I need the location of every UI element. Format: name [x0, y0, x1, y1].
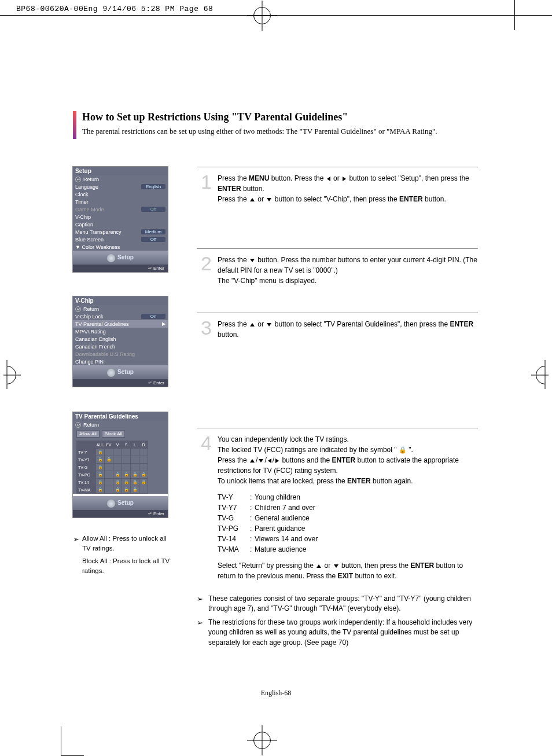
title-accent [73, 111, 76, 139]
step-text: Press the button. Press the number butto… [218, 255, 478, 300]
osd-title: Setup [73, 167, 168, 175]
up-arrow-icon [250, 198, 255, 201]
page-subtitle: The parental restrictions can be set up … [82, 127, 437, 136]
left-arrow-icon [268, 458, 271, 463]
step-number: 3 [197, 319, 212, 415]
left-notes: ➢Allow All : Press to unlock all TV rati… [73, 534, 176, 576]
enter-icon: ↵ [148, 380, 152, 386]
step-1: 1 Press the MENU button. Press the or bu… [197, 167, 478, 245]
up-arrow-icon [250, 323, 255, 326]
osd-vchip-menu: V-Chip ↩Return V-Chip LockOn TV Parental… [73, 296, 168, 387]
block-all-button: Block All [102, 430, 125, 438]
ratings-list: TV-Y:Young children TV-Y7:Children 7 and… [218, 492, 478, 555]
registration-mark-bottom [253, 732, 271, 749]
step-text: Press the MENU button. Press the or butt… [218, 173, 478, 236]
step-text: You can independently lock the TV rating… [218, 434, 478, 581]
step-2: 2 Press the button. Press the number but… [197, 248, 478, 309]
osd-setup-menu: Setup ↩Return LanguageEnglish Clock Time… [73, 167, 168, 272]
up-arrow-icon [317, 564, 321, 568]
registration-mark-top [253, 7, 271, 24]
crop-line-bottom-left [61, 726, 61, 756]
gear-icon [107, 369, 115, 377]
return-icon: ↩ [75, 422, 81, 428]
page-footer: English-68 [0, 689, 552, 698]
return-icon: ↩ [75, 177, 81, 182]
gear-icon [107, 500, 115, 508]
page-title: How to Set up Restrictions Using "TV Par… [82, 111, 437, 123]
right-arrow-icon [343, 177, 346, 181]
title-bar: How to Set up Restrictions Using "TV Par… [73, 111, 478, 139]
registration-mark-right [536, 366, 552, 384]
step-number: 2 [197, 255, 212, 300]
chevron-right-icon: ▶ [162, 321, 165, 326]
osd-enter-bar: ↵Enter [73, 265, 168, 272]
step-4: 4 You can independently lock the TV rati… [197, 428, 478, 590]
step-number: 1 [197, 173, 212, 236]
down-arrow-icon [334, 564, 338, 568]
down-arrow-icon [267, 323, 271, 326]
down-arrow-icon [259, 459, 263, 463]
osd-title: V-Chip [73, 296, 168, 305]
down-arrow-icon [250, 259, 255, 262]
return-icon: ↩ [75, 306, 81, 312]
step-number: 4 [197, 434, 212, 581]
note-2: ➢The restrictions for these two groups w… [197, 618, 478, 648]
enter-icon: ↵ [148, 511, 152, 516]
note-1: ➢These categories consist of two separat… [197, 594, 478, 614]
enter-icon: ↵ [148, 266, 152, 271]
right-arrow-icon [275, 458, 279, 463]
crop-line-top-right [514, 0, 515, 30]
down-arrow-icon [267, 198, 271, 201]
osd-return: Return [83, 177, 165, 182]
registration-mark-left [0, 366, 16, 384]
print-header: BP68-00620A-00Eng 9/14/06 5:28 PM Page 6… [16, 5, 213, 13]
allow-all-button: Allow All [76, 430, 100, 438]
step-3: 3 Press the or button to select "TV Pare… [197, 313, 478, 424]
lock-icon: 🔒 [399, 446, 407, 453]
step-text: Press the or button to select "TV Parent… [218, 319, 478, 415]
rating-table: ALLFVVSLD TV-Y TV-Y7 TV-G TV-PG TV-14 TV… [76, 441, 148, 494]
left-arrow-icon [327, 177, 330, 181]
gear-icon [107, 254, 115, 262]
up-arrow-icon [250, 459, 255, 463]
osd-rating-grid: TV Parental Guidelines ↩Return Allow All… [73, 412, 168, 518]
osd-setup-footer: Setup [73, 251, 168, 265]
